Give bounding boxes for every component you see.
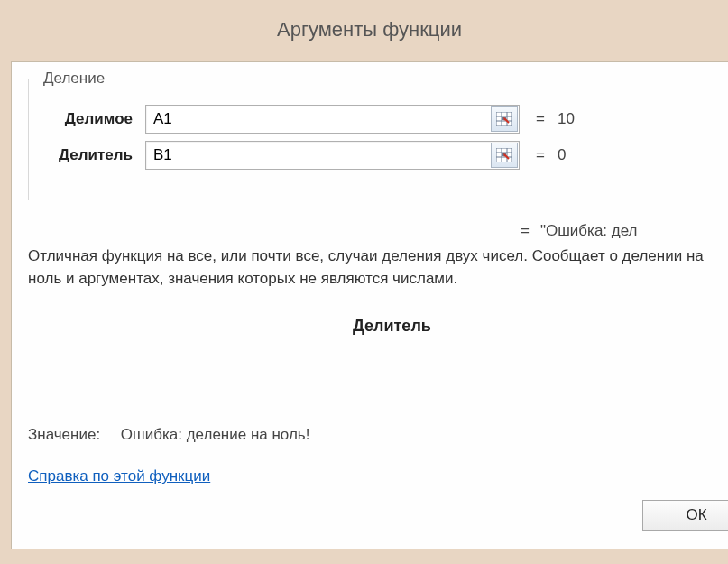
arg-input-wrap-divisor	[145, 141, 520, 170]
current-argument-name: Делитель	[353, 317, 431, 336]
divisor-input[interactable]	[146, 143, 490, 168]
formula-result-row: = "Ошибка: дел	[28, 222, 728, 240]
grid-icon	[496, 148, 512, 162]
arg-label-dividend: Делимое	[41, 110, 145, 128]
fieldset-legend: Деление	[38, 69, 110, 88]
help-link[interactable]: Справка по этой функции	[28, 467, 210, 485]
grid-icon	[496, 112, 512, 126]
divisor-result: 0	[558, 146, 566, 164]
value-row: Значение: Ошибка: деление на ноль!	[28, 426, 728, 444]
arguments-fieldset: Деление Делимое	[28, 79, 728, 200]
value-label: Значение:	[28, 426, 100, 443]
dialog-body: Деление Делимое	[11, 61, 728, 549]
function-description: Отличная функция на все, или почти все, …	[28, 245, 728, 290]
equals-sign: =	[521, 222, 530, 240]
dialog-title: Аргументы функции	[11, 9, 728, 61]
equals-sign: =	[536, 110, 545, 128]
dividend-result: 10	[558, 110, 575, 128]
formula-result: "Ошибка: дел	[540, 222, 638, 240]
value-text: Ошибка: деление на ноль!	[121, 426, 310, 443]
arg-input-wrap-dividend	[145, 105, 520, 134]
equals-sign: =	[536, 146, 545, 164]
dividend-input[interactable]	[146, 106, 490, 132]
ok-button[interactable]: ОК	[642, 500, 728, 531]
arg-row-dividend: Делимое	[41, 105, 728, 134]
arg-row-divisor: Делитель	[41, 141, 728, 170]
arg-label-divisor: Делитель	[41, 146, 145, 164]
ref-picker-divisor[interactable]	[491, 143, 518, 168]
ref-picker-dividend[interactable]	[491, 106, 518, 132]
